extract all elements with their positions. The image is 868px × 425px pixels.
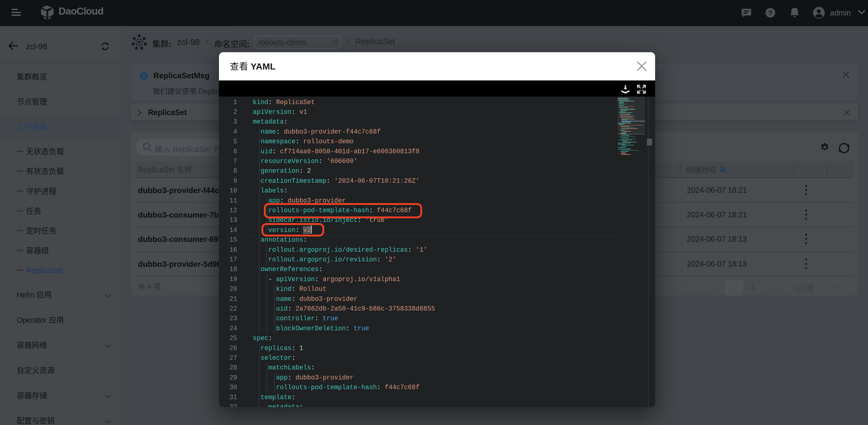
- svg-text:?: ?: [768, 9, 772, 17]
